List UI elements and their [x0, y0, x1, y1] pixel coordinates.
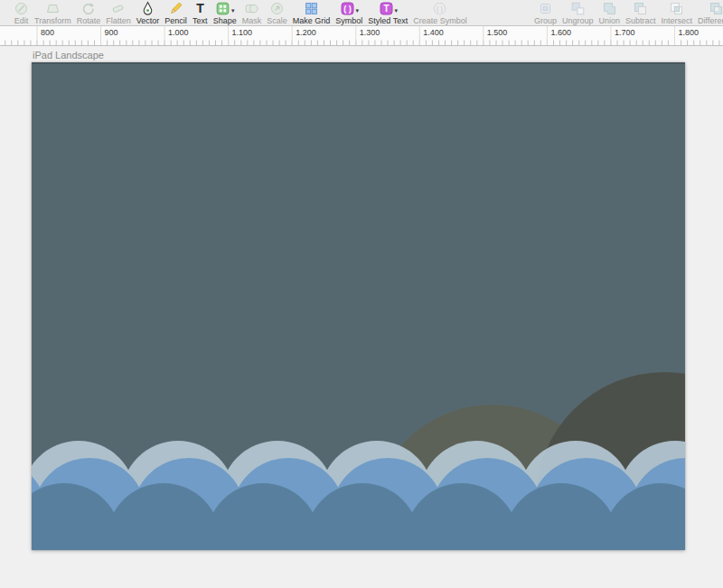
rotate-icon	[80, 1, 96, 16]
toolbar-icon-row	[168, 1, 183, 16]
artboard-ipad-landscape[interactable]	[32, 62, 685, 550]
toolbar-item-vector[interactable]: Vector	[134, 1, 163, 26]
dropdown-caret-icon[interactable]: ▾	[395, 7, 399, 14]
toolbar-item-difference: Difference	[695, 1, 723, 26]
styled-text-icon: T	[379, 1, 394, 16]
symbol-icon: ( )	[340, 1, 355, 16]
vector-icon	[140, 1, 155, 16]
toolbar-item-label: Group	[534, 16, 557, 25]
toolbar: EditTransformRotateFlattenVectorPencilTT…	[0, 0, 723, 26]
toolbar-left-group: EditTransformRotateFlattenVectorPencilTT…	[11, 1, 470, 26]
flatten-icon	[110, 1, 126, 16]
edit-icon	[14, 1, 29, 16]
toolbar-item-flatten: Flatten	[103, 1, 134, 26]
svg-text:1.100: 1.100	[232, 28, 253, 37]
toolbar-icon-row	[538, 1, 553, 16]
sketch-window: EditTransformRotateFlattenVectorPencilTT…	[0, 0, 723, 588]
intersect-icon	[669, 1, 684, 16]
toolbar-icon-row: T▾	[379, 1, 399, 16]
toolbar-right-group: GroupUngroupUnionSubtractIntersectDiffer…	[531, 1, 723, 26]
svg-text:( ): ( )	[437, 5, 444, 13]
toolbar-item-text[interactable]: TText	[190, 1, 211, 26]
toolbar-item-symbol[interactable]: ( )▾Symbol	[333, 1, 365, 26]
group-icon	[538, 1, 553, 16]
svg-text:T: T	[196, 1, 204, 15]
toolbar-icon-row	[14, 1, 29, 16]
toolbar-icon-row	[244, 1, 259, 16]
toolbar-item-transform: Transform	[32, 1, 74, 26]
toolbar-item-intersect: Intersect	[659, 1, 696, 26]
text-icon: T	[192, 1, 208, 16]
toolbar-item-group: Group	[531, 1, 559, 26]
artboard-title[interactable]: iPad Landscape	[33, 50, 104, 61]
toolbar-icon-row	[45, 1, 61, 16]
svg-text:1.400: 1.400	[423, 28, 444, 37]
toolbar-item-label: Mask	[242, 16, 262, 25]
horizontal-ruler[interactable]: 8009001.0001.1001.2001.3001.4001.5001.60…	[0, 26, 723, 46]
transform-icon	[45, 1, 61, 16]
svg-text:1.700: 1.700	[615, 28, 635, 37]
toolbar-icon-row	[633, 1, 648, 16]
toolbar-item-shape[interactable]: ▾Shape	[211, 1, 239, 26]
toolbar-item-scale: Scale	[264, 1, 290, 26]
svg-text:900: 900	[105, 28, 118, 37]
toolbar-item-union: Union	[596, 1, 624, 26]
toolbar-icon-row	[80, 1, 96, 16]
shape-icon	[215, 1, 230, 16]
toolbar-icon-row	[110, 1, 126, 16]
subtract-icon	[633, 1, 648, 16]
svg-text:1.800: 1.800	[679, 28, 700, 37]
svg-text:T: T	[383, 4, 389, 14]
toolbar-icon-row	[570, 1, 586, 16]
svg-text:( ): ( )	[343, 5, 352, 14]
toolbar-item-label: Text	[192, 16, 208, 25]
union-icon	[602, 1, 617, 16]
toolbar-item-label: Intersect	[662, 16, 693, 25]
svg-text:1.300: 1.300	[360, 28, 380, 37]
toolbar-item-mask: Mask	[239, 1, 265, 26]
toolbar-item-rotate: Rotate	[74, 1, 104, 26]
toolbar-item-label: Styled Text	[368, 16, 408, 25]
toolbar-item-styled-text[interactable]: T▾Styled Text	[365, 1, 410, 26]
mask-icon	[244, 1, 259, 16]
toolbar-item-edit: Edit	[11, 1, 32, 26]
toolbar-item-label: Shape	[213, 16, 237, 25]
dropdown-caret-icon[interactable]: ▾	[231, 7, 235, 14]
toolbar-item-label: Ungroup	[562, 16, 594, 25]
svg-text:800: 800	[41, 28, 54, 37]
toolbar-item-label: Transform	[34, 16, 71, 25]
toolbar-icon-row: T	[192, 1, 208, 16]
toolbar-item-label: Union	[599, 16, 621, 25]
toolbar-item-ungroup: Ungroup	[559, 1, 596, 26]
toolbar-item-make-grid[interactable]: Make Grid	[290, 1, 333, 26]
pencil-icon	[168, 1, 183, 16]
toolbar-item-label: Subtract	[625, 16, 656, 25]
ungroup-icon	[570, 1, 586, 16]
toolbar-item-label: Make Grid	[293, 16, 331, 25]
svg-text:1.500: 1.500	[487, 28, 508, 37]
svg-text:1.200: 1.200	[296, 28, 316, 37]
make-grid-icon	[304, 1, 319, 16]
toolbar-item-label: Create Symbol	[413, 16, 467, 25]
toolbar-icon-row	[304, 1, 319, 16]
toolbar-item-label: Rotate	[77, 16, 101, 25]
toolbar-item-pencil[interactable]: Pencil	[162, 1, 190, 26]
toolbar-icon-row	[602, 1, 617, 16]
toolbar-icon-row	[669, 1, 684, 16]
toolbar-icon-row	[709, 1, 723, 16]
toolbar-icon-row: ( )▾	[340, 1, 360, 16]
artboard-top-shade	[32, 62, 685, 64]
create-symbol-icon: ( )	[432, 1, 447, 16]
svg-text:1.000: 1.000	[168, 28, 189, 37]
toolbar-item-create-symbol: ( )Create Symbol	[410, 1, 470, 26]
toolbar-icon-row	[140, 1, 155, 16]
canvas-area[interactable]: iPad Landscape	[0, 46, 723, 588]
svg-text:1.600: 1.600	[550, 28, 571, 37]
toolbar-item-label: Pencil	[164, 16, 187, 25]
difference-icon	[709, 1, 723, 16]
toolbar-item-subtract: Subtract	[623, 1, 659, 26]
toolbar-item-label: Scale	[267, 16, 287, 25]
toolbar-item-label: Flatten	[106, 16, 131, 25]
dropdown-caret-icon[interactable]: ▾	[356, 7, 360, 14]
wave-front-body[interactable]	[32, 540, 685, 550]
